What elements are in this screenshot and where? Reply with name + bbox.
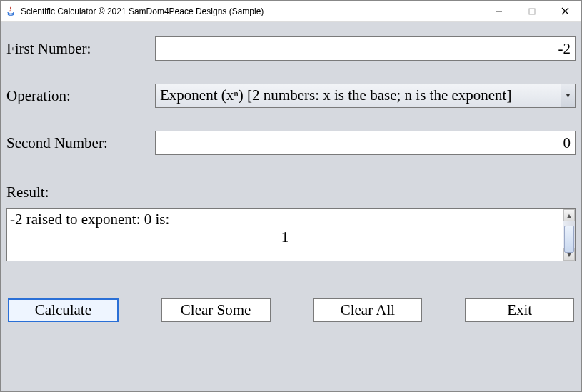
operation-select[interactable]: Exponent (xⁿ) [2 numbers: x is the base;… — [155, 84, 576, 108]
window-title: Scientific Calculator © 2021 SamDom4Peac… — [21, 6, 264, 16]
close-button[interactable] — [548, 1, 581, 21]
second-number-label: Second Number: — [6, 134, 155, 152]
exit-button[interactable]: Exit — [465, 298, 574, 322]
result-text: -2 raised to exponent: 0 is: 1 — [7, 209, 563, 261]
scroll-thumb[interactable] — [564, 226, 574, 253]
scroll-up-icon[interactable]: ▲ — [563, 209, 575, 221]
svg-rect-1 — [529, 9, 535, 14]
minimize-button[interactable] — [483, 1, 516, 21]
content-panel: First Number: Operation: Exponent (xⁿ) [… — [1, 22, 581, 391]
second-number-row: Second Number: — [6, 131, 576, 155]
java-app-icon — [5, 6, 16, 17]
result-box: -2 raised to exponent: 0 is: 1 ▲ ▼ — [6, 208, 576, 261]
first-number-input[interactable] — [155, 36, 576, 61]
result-label: Result: — [6, 184, 576, 201]
operation-label: Operation: — [6, 87, 155, 105]
maximize-button[interactable] — [516, 1, 548, 21]
first-number-row: First Number: — [6, 36, 576, 61]
calculate-button[interactable]: Calculate — [8, 298, 119, 322]
app-window: Scientific Calculator © 2021 SamDom4Peac… — [0, 0, 582, 392]
chevron-down-icon[interactable]: ▼ — [561, 84, 575, 107]
window-controls — [483, 1, 581, 21]
result-line-2: 1 — [10, 228, 560, 246]
result-line-1: -2 raised to exponent: 0 is: — [10, 211, 560, 228]
first-number-label: First Number: — [6, 40, 155, 58]
second-number-input[interactable] — [155, 131, 576, 155]
scroll-track[interactable] — [563, 221, 575, 248]
result-section: Result: -2 raised to exponent: 0 is: 1 ▲… — [6, 184, 576, 261]
clear-all-button[interactable]: Clear All — [313, 298, 423, 322]
operation-row: Operation: Exponent (xⁿ) [2 numbers: x i… — [6, 84, 576, 108]
operation-selected-text: Exponent (xⁿ) [2 numbers: x is the base;… — [156, 84, 561, 107]
titlebar: Scientific Calculator © 2021 SamDom4Peac… — [1, 1, 581, 22]
result-scrollbar[interactable]: ▲ ▼ — [563, 209, 575, 261]
button-row: Calculate Clear Some Clear All Exit — [6, 298, 576, 322]
clear-some-button[interactable]: Clear Some — [161, 298, 271, 322]
